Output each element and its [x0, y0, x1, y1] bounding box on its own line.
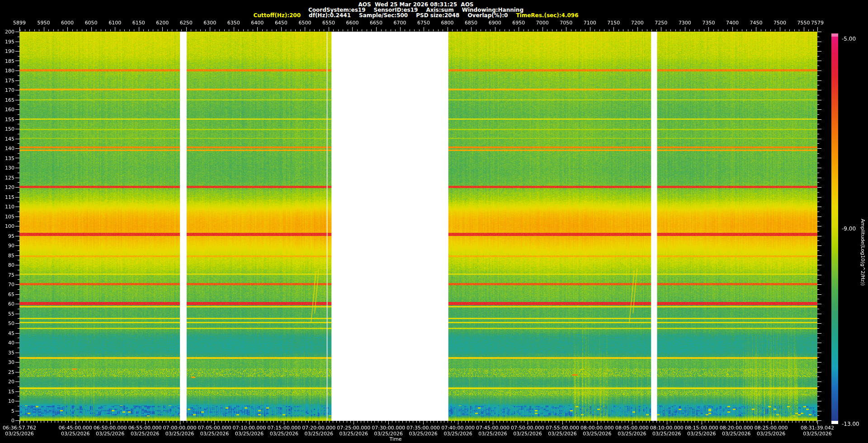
record-tick-label: 6500 [298, 20, 311, 26]
date-label: 03/25/2026 [687, 431, 716, 437]
frequency-tick-label: 35 [0, 349, 14, 355]
record-tick-label: 7200 [631, 20, 644, 26]
frequency-tick-label: 150 [0, 126, 14, 132]
record-tick-label: 6400 [251, 20, 264, 26]
record-tick-label: 7350 [702, 20, 715, 26]
frequency-tick-label: 200 [0, 29, 14, 35]
spectrogram-plot[interactable] [19, 32, 817, 421]
record-tick-label: 6550 [322, 20, 335, 26]
time-tick-label: 08:05:00.000 [615, 425, 649, 431]
time-tick-label: 08:25:00.000 [755, 425, 788, 431]
header-param-0: Cuttoff(Hz):200 [253, 12, 301, 19]
frequency-tick-label: 95 [0, 233, 14, 239]
time-tick-label: 07:05:00.000 [198, 425, 231, 431]
colorbar-tick-label: -9.00 [842, 226, 856, 232]
colorbar-tick-label: -5.00 [842, 36, 856, 42]
frequency-tick-label: 25 [0, 369, 14, 375]
frequency-tick-label: 10 [0, 398, 14, 404]
record-tick-label: 7000 [536, 20, 549, 26]
time-tick-label: 07:35:00.000 [406, 425, 440, 431]
frequency-tick-label: 160 [0, 107, 14, 113]
aos-spectrogram-window: AOS Wed 25 Mar 2026 08:31:25 AOS CoordSy… [0, 0, 868, 443]
frequency-tick-label: 165 [0, 97, 14, 103]
date-label: 03/25/2026 [478, 431, 507, 437]
record-tick-label: 6450 [275, 20, 288, 26]
record-tick-label: 6950 [512, 20, 525, 26]
date-label: 03/25/2026 [757, 431, 785, 437]
time-tick-label: 06:36:57.762 [3, 425, 36, 431]
record-tick-label: 6700 [394, 20, 406, 26]
time-tick-label: 07:00:00.000 [163, 425, 197, 431]
time-tick-label: 07:55:00.000 [546, 425, 579, 431]
date-label: 03/25/2026 [803, 431, 831, 437]
time-tick-label: 08:10:00.000 [650, 425, 684, 431]
record-tick-label: 6650 [370, 20, 382, 26]
frequency-tick-label: 75 [0, 272, 14, 278]
record-tick-label: 6850 [465, 20, 477, 26]
frequency-tick-label: 115 [0, 194, 14, 200]
header-param-2: Sample/Sec:500 [359, 12, 408, 19]
date-label: 03/25/2026 [443, 431, 472, 437]
record-tick-label: 7550 [797, 20, 810, 26]
time-tick-label: 07:15:00.000 [267, 425, 301, 431]
header-param-5: TimeRes.(sec):4.096 [516, 12, 578, 19]
date-label: 03/25/2026 [548, 431, 576, 437]
record-tick-label: 7579 [811, 20, 824, 26]
time-tick-label: 07:45:00.000 [476, 425, 509, 431]
time-tick-label: 07:20:00.000 [302, 425, 335, 431]
date-label: 03/25/2026 [5, 431, 33, 437]
record-tick-label: 6300 [203, 20, 216, 26]
header-param-4: Overlap(%):0 [467, 12, 508, 19]
time-tick-label: 08:20:00.000 [720, 425, 753, 431]
colorbar-over-range-cap [831, 33, 838, 37]
colorbar-title: Amplitude(Log10(g^2/Hz)) [860, 219, 866, 286]
header-param-1: df(Hz):0.2441 [309, 12, 351, 19]
frequency-tick-label: 110 [0, 204, 14, 210]
date-label: 03/25/2026 [131, 431, 159, 437]
date-label: 03/25/2026 [583, 431, 611, 437]
time-tick-label: 08:15:00.000 [685, 425, 718, 431]
record-tick-label: 7450 [750, 20, 762, 26]
date-label: 03/25/2026 [722, 431, 750, 437]
time-tick-label: 07:50:00.000 [511, 425, 544, 431]
record-tick-label: 7400 [726, 20, 739, 26]
record-tick-label: 6200 [156, 20, 169, 26]
frequency-tick-label: 70 [0, 282, 14, 287]
date-label: 03/25/2026 [409, 431, 437, 437]
frequency-tick-label: 100 [0, 223, 14, 229]
frequency-tick-label: 50 [0, 320, 14, 326]
record-tick-label: 6350 [227, 20, 240, 26]
date-label: 03/25/2026 [235, 431, 264, 437]
date-label: 03/25/2026 [96, 431, 124, 437]
record-tick-label: 7050 [560, 20, 572, 26]
date-label: 03/25/2026 [305, 431, 333, 437]
record-tick-label: 7300 [679, 20, 691, 26]
record-tick-label: 5899 [13, 20, 26, 26]
record-tick-label: 5950 [38, 20, 50, 26]
record-tick-label: 6750 [417, 20, 430, 26]
header-param-3: PSD size:2048 [416, 12, 459, 19]
frequency-tick-label: 170 [0, 87, 14, 93]
frequency-tick-label: 80 [0, 262, 14, 268]
frequency-tick-label: 120 [0, 184, 14, 190]
record-tick-label: 6250 [180, 20, 193, 26]
frequency-tick-label: 180 [0, 68, 14, 74]
date-label: 03/25/2026 [270, 431, 298, 437]
record-tick-label: 6150 [132, 20, 145, 26]
date-label: 03/25/2026 [618, 431, 646, 437]
frequency-tick-label: 185 [0, 58, 14, 64]
frequency-tick-label: 190 [0, 48, 14, 54]
frequency-tick-label: 20 [0, 379, 14, 385]
header-params-line: Cuttoff(Hz):200df(Hz):0.2441Sample/Sec:5… [0, 12, 832, 19]
time-tick-label: 07:40:00.000 [441, 425, 475, 431]
frequency-tick-label: 65 [0, 291, 14, 297]
time-tick-label: 07:25:00.000 [337, 425, 370, 431]
frequency-tick-label: 55 [0, 311, 14, 316]
colorbar-under-range-cap [831, 421, 838, 424]
frequency-tick-label: 175 [0, 77, 14, 83]
time-axis-title: Time [390, 436, 402, 442]
date-label: 03/25/2026 [61, 431, 90, 437]
frequency-tick-label: 140 [0, 146, 14, 151]
record-tick-label: 7100 [584, 20, 596, 26]
record-tick-label: 6000 [61, 20, 74, 26]
